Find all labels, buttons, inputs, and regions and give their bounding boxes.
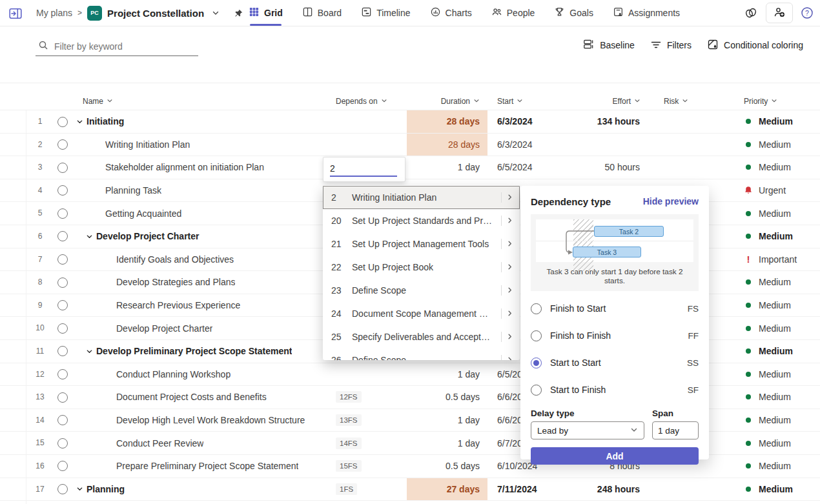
risk-cell[interactable] <box>664 110 715 133</box>
tab-charts[interactable]: Charts <box>430 0 472 26</box>
depends-on-cell[interactable]: 1FS <box>336 478 400 501</box>
effort-cell[interactable] <box>568 134 649 156</box>
priority-cell[interactable]: ! Medium <box>744 225 816 248</box>
row-number[interactable]: 16 <box>28 455 52 478</box>
collapse-chevron-icon[interactable] <box>76 118 83 125</box>
row-number[interactable]: 1 <box>28 110 52 133</box>
header-name[interactable]: Name <box>83 92 113 110</box>
filters-button[interactable]: Filters <box>650 39 692 52</box>
chevron-right-icon[interactable] <box>506 355 513 360</box>
pin-icon[interactable] <box>234 8 243 18</box>
dependency-dropdown-item[interactable]: 25 Specify Deliverables and Acceptance C… <box>323 325 520 348</box>
row-number[interactable]: 11 <box>28 340 52 363</box>
chevron-right-icon[interactable] <box>506 332 513 342</box>
risk-cell[interactable] <box>664 156 715 179</box>
chevron-right-icon[interactable] <box>506 308 513 319</box>
depends-on-input[interactable] <box>330 161 397 177</box>
dependency-dropdown-item[interactable]: 23 Define Scope <box>323 279 520 302</box>
progress-circle[interactable] <box>57 438 68 449</box>
help-icon[interactable]: ? <box>801 6 814 19</box>
dependency-type-option[interactable]: Start to Start SS <box>531 349 699 376</box>
priority-cell[interactable]: ! Medium <box>744 110 816 133</box>
depends-on-cell[interactable]: 13FS <box>336 409 400 432</box>
depends-on-cell[interactable]: 14FS <box>336 432 400 454</box>
table-row[interactable]: 2 Writing Initiation Plan 28 days 6/3/20… <box>0 134 820 157</box>
dependency-dropdown-item[interactable]: 26 Define Scope <box>323 348 520 360</box>
collapse-chevron-icon[interactable] <box>86 233 93 240</box>
header-depends-on[interactable]: Depends on <box>336 92 387 110</box>
tab-board[interactable]: Board <box>302 0 342 26</box>
header-risk[interactable]: Risk <box>664 92 688 110</box>
row-number[interactable]: 13 <box>28 386 52 408</box>
conditional-coloring-button[interactable]: Conditional coloring <box>707 39 803 52</box>
priority-cell[interactable]: ! Medium <box>744 156 816 179</box>
breadcrumb-my-plans[interactable]: My plans <box>36 8 72 18</box>
dependency-dropdown-item[interactable]: 2 Writing Initiation Plan <box>323 186 520 209</box>
priority-cell[interactable]: ! Important <box>744 248 816 271</box>
priority-cell[interactable]: ! Medium <box>744 202 816 225</box>
tab-timeline[interactable]: Timeline <box>361 0 410 26</box>
progress-circle[interactable] <box>57 300 68 310</box>
dependency-dropdown-item[interactable]: 20 Set Up Project Standards and Procedur… <box>323 209 520 232</box>
progress-circle[interactable] <box>57 484 68 494</box>
progress-circle[interactable] <box>57 323 68 334</box>
start-cell[interactable]: 6/3/2024 <box>497 134 567 156</box>
add-dependency-button[interactable]: Add <box>531 447 699 465</box>
effort-cell[interactable]: 248 hours <box>568 478 649 501</box>
radio-icon[interactable] <box>531 385 542 396</box>
row-number[interactable]: 17 <box>28 478 52 501</box>
progress-circle[interactable] <box>57 231 68 241</box>
header-start[interactable]: Start <box>497 92 523 110</box>
progress-circle[interactable] <box>57 163 68 173</box>
progress-circle[interactable] <box>57 117 68 127</box>
row-number[interactable]: 7 <box>28 248 52 271</box>
chevron-right-icon[interactable] <box>506 192 513 203</box>
dependency-type-option[interactable]: Start to Finish SF <box>531 376 699 403</box>
dependency-dropdown-item[interactable]: 21 Set Up Project Management Tools <box>323 232 520 256</box>
panel-collapse-icon[interactable] <box>8 6 23 21</box>
priority-cell[interactable]: ! Medium <box>744 134 816 156</box>
start-cell[interactable]: 6/5/2024 <box>497 156 567 179</box>
chevron-down-icon[interactable] <box>212 9 220 17</box>
copilot-icon[interactable] <box>744 6 758 20</box>
table-row[interactable]: 1 Initiating 28 days 6/3/2024 134 hours … <box>0 110 820 134</box>
row-number[interactable]: 9 <box>28 294 52 317</box>
radio-icon[interactable] <box>531 330 542 341</box>
duration-cell[interactable]: 0.5 days <box>407 455 487 478</box>
dependency-type-option[interactable]: Finish to Finish FF <box>531 322 699 349</box>
row-number[interactable]: 3 <box>28 156 52 179</box>
priority-cell[interactable]: ! Medium <box>744 478 816 501</box>
priority-cell[interactable]: ! Medium <box>744 294 816 317</box>
delay-type-select[interactable]: Lead by <box>531 421 644 439</box>
priority-cell[interactable]: ! Medium <box>744 340 816 363</box>
row-number[interactable]: 12 <box>28 363 52 386</box>
effort-cell[interactable]: 50 hours <box>568 156 649 179</box>
row-number[interactable]: 14 <box>28 409 52 432</box>
baseline-button[interactable]: Baseline <box>582 38 635 52</box>
row-number[interactable]: 10 <box>28 317 52 339</box>
progress-circle[interactable] <box>57 254 68 265</box>
dependency-type-option[interactable]: Finish to Start FS <box>531 295 699 322</box>
depends-on-cell[interactable]: 15FS <box>336 455 400 478</box>
progress-circle[interactable] <box>57 277 68 288</box>
row-number[interactable]: 5 <box>28 202 52 225</box>
progress-circle[interactable] <box>57 369 68 379</box>
header-priority[interactable]: Priority <box>744 92 777 110</box>
effort-cell[interactable]: 134 hours <box>568 110 649 133</box>
risk-cell[interactable] <box>664 478 715 501</box>
tab-assignments[interactable]: Assignments <box>613 0 680 26</box>
table-row[interactable]: 17 Planning 1FS 27 days 7/11/2024 248 ho… <box>0 478 820 501</box>
tab-goals[interactable]: Goals <box>554 0 593 26</box>
progress-circle[interactable] <box>57 185 68 196</box>
dependency-dropdown-item[interactable]: 24 Document Scope Management Plan <box>323 302 520 325</box>
duration-cell[interactable]: 28 days <box>407 134 487 156</box>
start-cell[interactable]: 6/3/2024 <box>497 110 567 133</box>
table-row[interactable]: 3 Stakeholder alignment on initiation Pl… <box>0 156 820 179</box>
collapse-chevron-icon[interactable] <box>76 485 83 492</box>
header-effort[interactable]: Effort <box>568 92 641 110</box>
progress-circle[interactable] <box>57 346 68 356</box>
priority-cell[interactable]: ! Urgent <box>744 179 816 202</box>
chevron-right-icon[interactable] <box>506 239 513 249</box>
priority-cell[interactable]: ! Medium <box>744 432 816 454</box>
hide-preview-link[interactable]: Hide preview <box>643 196 699 207</box>
